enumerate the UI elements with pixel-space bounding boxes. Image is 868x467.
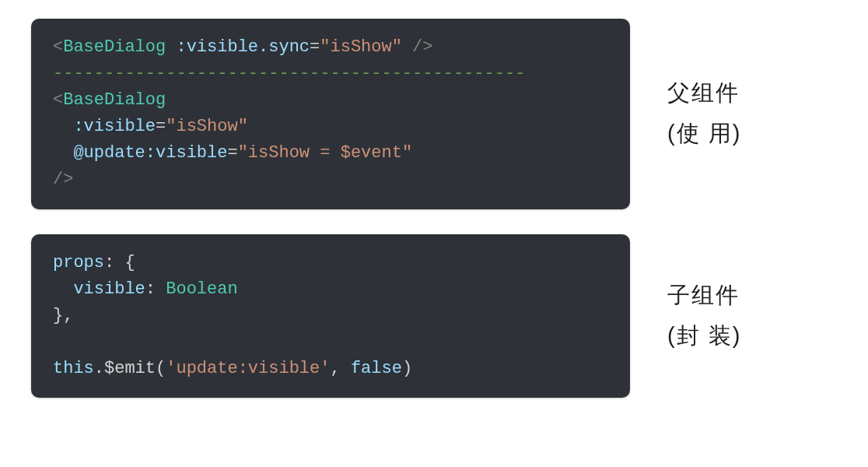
attr-update-visible: @update:visible (73, 143, 227, 163)
close-brace: } (53, 306, 63, 325)
angle-open: < (53, 37, 63, 57)
child-label-sub: (封 装) (667, 321, 741, 352)
angle-open-2: < (53, 90, 63, 110)
dash-separator: ----------------------------------------… (53, 64, 525, 83)
parent-label-title: 父组件 (667, 78, 740, 109)
parent-code-block: <BaseDialog :visible.sync="isShow" /> --… (31, 19, 630, 209)
arg-sep: , (330, 359, 350, 378)
colon-2: : (145, 279, 156, 299)
visible-key: visible (73, 279, 145, 299)
this-keyword: this (53, 359, 94, 378)
close-paren: ) (402, 359, 412, 378)
self-close: /> (402, 37, 433, 57)
child-code-block: props: { visible: Boolean }, this.$emit(… (31, 234, 630, 398)
colon-1: : (104, 253, 114, 272)
parent-label: 父组件 (使 用) (667, 78, 741, 149)
equals-2: = (156, 117, 166, 136)
arg-2: false (351, 359, 402, 378)
open-brace: { (114, 253, 135, 272)
props-key: props (53, 253, 104, 272)
open-paren: ( (156, 359, 166, 378)
close-tag: /> (53, 170, 73, 189)
equals-3: = (227, 143, 237, 163)
attr-visible-sync: :visible.sync (176, 37, 310, 57)
tag-name-2: BaseDialog (63, 90, 166, 110)
string-isshow-2: "isShow" (166, 117, 248, 136)
emit-method: $emit (104, 359, 156, 378)
dot: . (94, 359, 104, 378)
string-expr: "isShow = $event" (238, 143, 412, 163)
string-isshow: "isShow" (320, 37, 402, 57)
arg-1: 'update:visible' (166, 359, 330, 378)
child-row: props: { visible: Boolean }, this.$emit(… (31, 234, 837, 398)
tag-name: BaseDialog (63, 37, 166, 57)
child-label-title: 子组件 (667, 280, 740, 311)
comma: , (63, 306, 73, 325)
attr-visible: :visible (73, 117, 156, 136)
parent-row: <BaseDialog :visible.sync="isShow" /> --… (31, 19, 837, 209)
parent-label-sub: (使 用) (667, 118, 741, 149)
child-label: 子组件 (封 装) (667, 280, 741, 352)
boolean-type: Boolean (166, 279, 237, 299)
equals: = (310, 37, 320, 57)
